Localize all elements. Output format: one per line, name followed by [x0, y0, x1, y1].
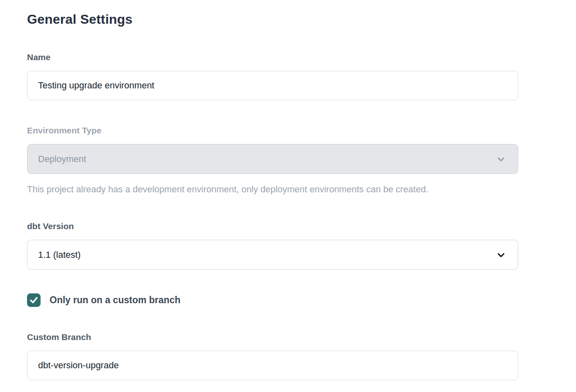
name-field-group: Name — [27, 53, 518, 100]
checkmark-icon — [29, 295, 39, 305]
custom-branch-input[interactable] — [27, 351, 518, 380]
custom-branch-label: Custom Branch — [27, 333, 518, 342]
environment-type-field-group: Environment Type Deployment This project… — [27, 126, 518, 195]
custom-branch-checkbox[interactable] — [27, 293, 41, 307]
chevron-down-icon — [496, 250, 506, 260]
settings-form: General Settings Name Environment Type D… — [27, 11, 518, 380]
custom-branch-field-group: Custom Branch — [27, 333, 518, 380]
dbt-version-value: 1.1 (latest) — [38, 250, 81, 260]
environment-type-select: Deployment — [27, 144, 518, 174]
chevron-down-icon — [496, 154, 506, 164]
dbt-version-label: dbt Version — [27, 222, 518, 231]
custom-branch-checkbox-label[interactable]: Only run on a custom branch — [50, 295, 180, 306]
dbt-version-field-group: dbt Version 1.1 (latest) — [27, 222, 518, 270]
environment-type-label: Environment Type — [27, 126, 518, 135]
environment-type-value: Deployment — [38, 154, 86, 164]
dbt-version-select[interactable]: 1.1 (latest) — [27, 240, 518, 270]
general-settings-page: General Settings Name Environment Type D… — [0, 0, 576, 392]
page-title: General Settings — [27, 11, 518, 27]
custom-branch-checkbox-row: Only run on a custom branch — [27, 293, 518, 307]
name-input[interactable] — [27, 71, 518, 100]
name-label: Name — [27, 53, 518, 62]
environment-type-help-text: This project already has a development e… — [27, 184, 518, 195]
